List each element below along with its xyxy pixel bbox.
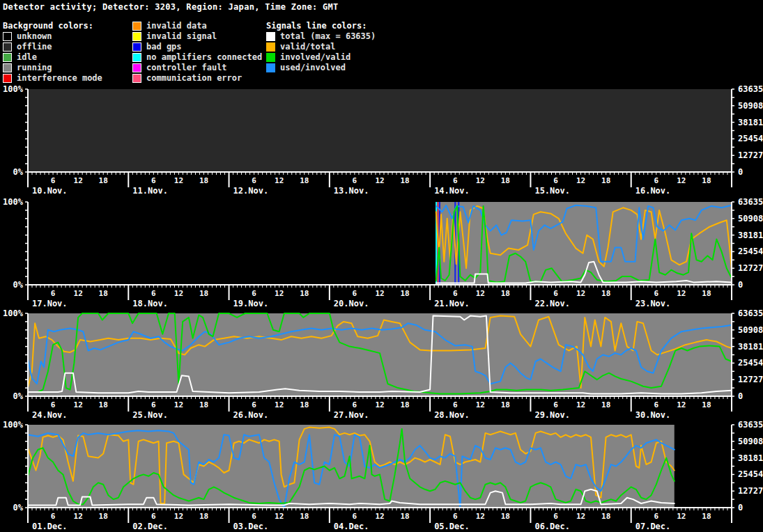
hour-label: 18: [199, 176, 208, 185]
chart-row-1: 100%0%0127272545438181509086363510.Nov.6…: [0, 84, 763, 196]
hour-label: 12: [275, 512, 284, 521]
hour-label: 6: [151, 176, 156, 185]
day-label: 18.Nov.: [132, 299, 168, 308]
hour-label: 18: [501, 512, 510, 521]
hour-label: 12: [677, 176, 686, 185]
hour-label: 6: [51, 400, 56, 409]
hour-label: 18: [702, 512, 711, 521]
day-label: 06.Dec.: [534, 522, 570, 531]
y-right-tick-label: 38181: [738, 118, 763, 127]
y-right-tick-label: 0: [738, 503, 743, 513]
y-right-tick-label: 63635: [738, 84, 763, 94]
hour-label: 6: [453, 400, 458, 409]
hour-label: 18: [400, 400, 409, 409]
y-right-tick-label: 50908: [738, 101, 763, 111]
day-label: 21.Nov.: [434, 299, 470, 308]
hour-label: 6: [654, 176, 658, 185]
hour-label: 6: [353, 176, 357, 185]
hour-label: 6: [553, 400, 558, 409]
hour-label: 12: [476, 512, 485, 521]
day-label: 28.Nov.: [434, 410, 470, 420]
hour-label: 6: [252, 512, 256, 521]
hour-label: 12: [677, 512, 686, 521]
hour-label: 6: [353, 512, 357, 521]
hour-label: 18: [601, 176, 610, 185]
y-right-tick-label: 25454: [738, 358, 763, 368]
day-label: 25.Nov.: [132, 410, 168, 420]
hour-label: 12: [174, 289, 183, 298]
hour-label: 12: [677, 400, 686, 409]
day-label: 22.Nov.: [534, 299, 570, 308]
y-right-tick-label: 25454: [738, 469, 763, 479]
day-label: 17.Nov.: [32, 299, 68, 308]
y-right-tick-label: 12727: [738, 263, 763, 273]
hour-label: 6: [654, 289, 658, 298]
hour-label: 18: [601, 400, 610, 409]
hour-label: 6: [252, 400, 256, 409]
y-right-tick-label: 12727: [738, 375, 763, 384]
y-right-tick-label: 63635: [738, 420, 763, 430]
day-label: 13.Nov.: [334, 186, 369, 196]
hour-label: 18: [400, 176, 409, 185]
hour-label: 6: [51, 289, 56, 298]
hour-label: 6: [252, 289, 256, 298]
hour-label: 12: [576, 512, 585, 521]
hour-label: 12: [677, 289, 686, 298]
y-right-tick-label: 63635: [738, 197, 763, 207]
chart-row-4: 100%0%0127272545438181509086363501.Dec.6…: [0, 419, 763, 532]
y-right-tick-label: 63635: [738, 308, 763, 318]
day-label: 12.Nov.: [233, 186, 269, 196]
hour-label: 12: [74, 176, 83, 185]
hour-label: 6: [51, 176, 56, 185]
y-right-tick-label: 50908: [738, 437, 763, 446]
y-right-tick-label: 0: [738, 280, 743, 290]
hour-label: 6: [151, 512, 156, 521]
y-axis-0-label: 0%: [13, 391, 24, 401]
hour-label: 6: [151, 400, 156, 409]
hour-label: 18: [199, 289, 208, 298]
hour-label: 12: [375, 512, 384, 521]
y-right-tick-label: 50908: [738, 214, 763, 224]
hour-label: 12: [476, 289, 485, 298]
hour-label: 12: [275, 400, 284, 409]
hour-label: 12: [275, 289, 284, 298]
hour-label: 12: [375, 400, 384, 409]
y-right-tick-label: 50908: [738, 325, 763, 335]
hour-label: 18: [99, 176, 108, 185]
y-right-tick-label: 0: [738, 391, 743, 401]
day-label: 03.Dec.: [233, 522, 269, 531]
hour-label: 18: [400, 289, 409, 298]
day-label: 04.Dec.: [334, 522, 369, 531]
y-right-tick-label: 12727: [738, 150, 763, 160]
y-axis-0-label: 0%: [13, 503, 24, 513]
background-offline: [28, 89, 732, 172]
hour-label: 18: [501, 400, 510, 409]
y-right-tick-label: 12727: [738, 486, 763, 496]
hour-label: 6: [353, 400, 357, 409]
day-label: 30.Nov.: [635, 410, 671, 420]
hour-label: 18: [300, 400, 309, 409]
y-axis-100-label: 100%: [3, 197, 24, 207]
hour-label: 12: [375, 176, 384, 185]
day-label: 26.Nov.: [233, 410, 269, 420]
hour-label: 18: [501, 176, 510, 185]
chart-row-3: 100%0%0127272545438181509086363524.Nov.6…: [0, 308, 763, 421]
hour-label: 12: [74, 512, 83, 521]
hour-label: 12: [74, 400, 83, 409]
hour-label: 18: [99, 289, 108, 298]
activity-charts: 100%0%0127272545438181509086363510.Nov.6…: [0, 0, 763, 532]
day-label: 24.Nov.: [32, 410, 68, 420]
hour-label: 6: [553, 176, 558, 185]
day-label: 20.Nov.: [334, 299, 369, 308]
hour-label: 6: [453, 289, 458, 298]
hour-label: 12: [174, 176, 183, 185]
y-axis-0-label: 0%: [13, 280, 24, 290]
hour-label: 12: [275, 176, 284, 185]
hour-label: 18: [702, 400, 711, 409]
day-label: 15.Nov.: [534, 186, 570, 196]
hour-label: 6: [654, 400, 658, 409]
hour-label: 18: [199, 400, 208, 409]
hour-label: 6: [252, 176, 256, 185]
day-label: 16.Nov.: [635, 186, 671, 196]
y-right-tick-label: 38181: [738, 453, 763, 463]
